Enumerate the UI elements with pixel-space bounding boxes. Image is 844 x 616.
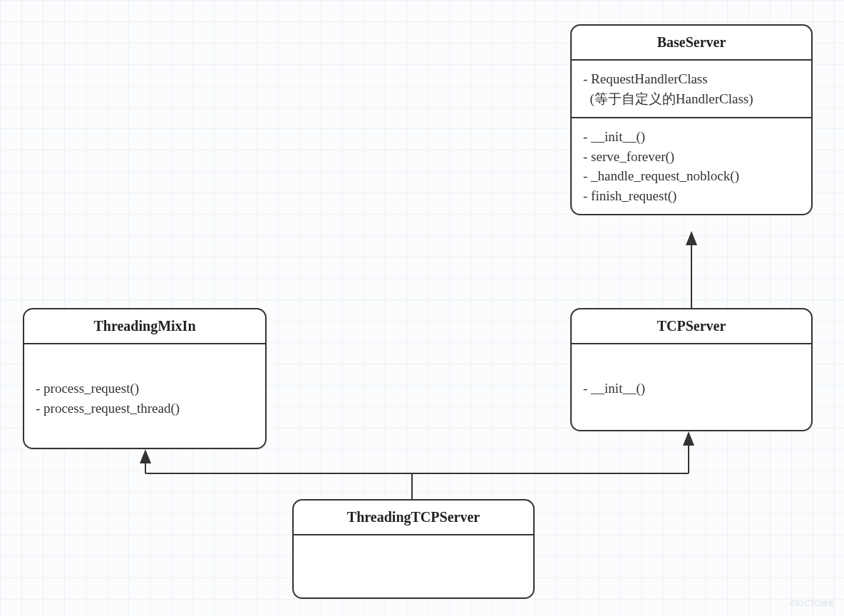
- method-row: - __init__(): [583, 127, 800, 147]
- class-tcp-server: TCPServer - __init__(): [570, 308, 813, 431]
- svg-marker-1: [686, 231, 697, 245]
- class-methods: - __init__() - serve_forever() - _handle…: [572, 118, 811, 214]
- class-base-server: BaseServer - RequestHandlerClass (等于自定义的…: [570, 24, 813, 215]
- class-methods: - process_request() - process_request_th…: [24, 344, 265, 426]
- method-row: - process_request(): [36, 379, 254, 399]
- svg-marker-7: [683, 431, 694, 446]
- arrow-tcpserver-to-baseserver: [686, 231, 697, 308]
- method-row: - _handle_request_noblock(): [583, 166, 800, 186]
- svg-marker-5: [140, 449, 151, 463]
- method-row: - finish_request(): [583, 186, 800, 206]
- class-title: ThreadingMixIn: [24, 309, 265, 344]
- class-body: [294, 535, 533, 597]
- class-title: ThreadingTCPServer: [294, 500, 533, 535]
- method-row: - serve_forever(): [583, 147, 800, 167]
- class-methods: - __init__(): [572, 344, 811, 407]
- diagram-canvas: BaseServer - RequestHandlerClass (等于自定义的…: [0, 0, 844, 616]
- attribute-row: (等于自定义的HandlerClass): [583, 89, 800, 109]
- class-title: BaseServer: [572, 26, 811, 61]
- class-threading-tcp-server: ThreadingTCPServer: [292, 499, 535, 599]
- method-row: - __init__(): [583, 379, 800, 399]
- method-row: - process_request_thread(): [36, 399, 254, 419]
- class-threading-mixin: ThreadingMixIn - process_request() - pro…: [23, 308, 267, 449]
- class-title: TCPServer: [572, 309, 811, 344]
- attribute-row: - RequestHandlerClass: [583, 69, 800, 89]
- class-attributes: - RequestHandlerClass (等于自定义的HandlerClas…: [572, 61, 811, 118]
- watermark: ©51CTO博客: [791, 599, 835, 609]
